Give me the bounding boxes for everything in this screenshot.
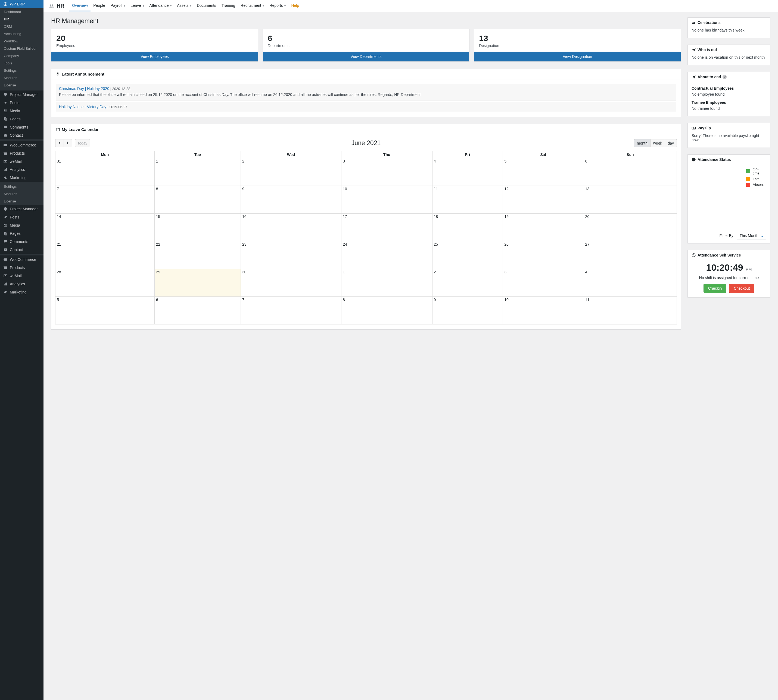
nav-item-training[interactable]: Training <box>219 0 238 12</box>
calendar-cell[interactable]: 26 <box>503 241 584 269</box>
calendar-cell[interactable]: 7 <box>240 297 341 324</box>
sidebar-item[interactable]: Analytics <box>0 280 43 288</box>
sidebar-sub-item[interactable]: Workflow <box>0 38 43 45</box>
calendar-prev-button[interactable] <box>55 139 64 147</box>
filter-select[interactable]: This Month <box>737 232 766 239</box>
sidebar-sub-item[interactable]: CRM <box>0 23 43 30</box>
calendar-cell[interactable]: 1 <box>341 269 432 297</box>
sidebar-item[interactable]: Marketing <box>0 288 43 296</box>
calendar-view-day[interactable]: day <box>665 139 677 147</box>
nav-item-reports[interactable]: Reports ▾ <box>267 0 289 12</box>
sidebar-brand[interactable]: WP ERP <box>0 0 43 8</box>
calendar-cell[interactable]: 20 <box>584 213 676 241</box>
calendar-cell[interactable]: 10 <box>503 297 584 324</box>
announcement-link[interactable]: Holiday Notice - Victory Day <box>59 105 106 109</box>
sidebar-item[interactable]: Media <box>0 107 43 115</box>
calendar-cell[interactable]: 6 <box>584 158 676 186</box>
sidebar-item[interactable]: weMail <box>0 272 43 280</box>
checkin-button[interactable]: Checkin <box>703 284 726 293</box>
sidebar-item[interactable]: Pages <box>0 115 43 123</box>
nav-item-people[interactable]: People <box>90 0 108 12</box>
calendar-cell[interactable]: 13 <box>584 186 676 213</box>
nav-item-overview[interactable]: Overview <box>69 0 90 12</box>
calendar-cell[interactable]: 8 <box>154 186 240 213</box>
sidebar-sub-item[interactable]: License <box>0 82 43 89</box>
sidebar-sub-item[interactable]: Accounting <box>0 30 43 38</box>
calendar-today-button[interactable]: today <box>75 139 90 147</box>
calendar-cell[interactable]: 2 <box>240 158 341 186</box>
calendar-view-week[interactable]: week <box>651 139 665 147</box>
sidebar-item[interactable]: Comments <box>0 123 43 131</box>
sidebar-sub-item[interactable]: License <box>0 198 43 205</box>
calendar-cell[interactable]: 4 <box>432 158 503 186</box>
calendar-cell[interactable]: 9 <box>240 186 341 213</box>
stat-view-button[interactable]: View Departments <box>263 52 469 62</box>
sidebar-sub-item[interactable]: Tools <box>0 60 43 67</box>
nav-item-documents[interactable]: Documents <box>194 0 219 12</box>
calendar-cell[interactable]: 10 <box>341 186 432 213</box>
calendar-cell[interactable]: 3 <box>341 158 432 186</box>
calendar-cell[interactable]: 11 <box>432 186 503 213</box>
calendar-cell[interactable]: 25 <box>432 241 503 269</box>
sidebar-item[interactable]: Media <box>0 221 43 229</box>
sidebar-item[interactable]: Marketing <box>0 173 43 182</box>
sidebar-item[interactable]: Project Manager <box>0 90 43 98</box>
calendar-cell[interactable]: 8 <box>341 297 432 324</box>
sidebar-sub-item[interactable]: Modules <box>0 74 43 82</box>
sidebar-sub-item[interactable]: Custom Field Builder <box>0 45 43 52</box>
calendar-cell[interactable]: 15 <box>154 213 240 241</box>
sidebar-item[interactable]: Contact <box>0 246 43 254</box>
calendar-cell[interactable]: 24 <box>341 241 432 269</box>
sidebar-sub-item[interactable]: Settings <box>0 67 43 74</box>
sidebar-item[interactable]: Project Manager <box>0 205 43 213</box>
stat-view-button[interactable]: View Employees <box>52 52 258 62</box>
help-icon[interactable]: ? <box>723 75 726 79</box>
calendar-cell[interactable]: 21 <box>55 241 155 269</box>
calendar-next-button[interactable] <box>64 139 72 147</box>
sidebar-item[interactable]: Comments <box>0 238 43 246</box>
calendar-cell[interactable]: 17 <box>341 213 432 241</box>
calendar-cell[interactable]: 5 <box>503 158 584 186</box>
sidebar-item[interactable]: weMail <box>0 157 43 165</box>
sidebar-item[interactable]: Posts <box>0 213 43 221</box>
sidebar-item[interactable]: Pages <box>0 229 43 238</box>
calendar-cell[interactable]: 9 <box>432 297 503 324</box>
calendar-cell[interactable]: 1 <box>154 158 240 186</box>
calendar-cell[interactable]: 12 <box>503 186 584 213</box>
stat-view-button[interactable]: View Designation <box>474 52 681 62</box>
calendar-cell[interactable]: 11 <box>584 297 676 324</box>
calendar-cell[interactable]: 3 <box>503 269 584 297</box>
sidebar-sub-item[interactable]: HR <box>0 15 43 23</box>
calendar-cell[interactable]: 27 <box>584 241 676 269</box>
announcement-link[interactable]: Christmas Day | Holiday 2020 <box>59 87 109 91</box>
sidebar-sub-item[interactable]: Dashboard <box>0 8 43 15</box>
sidebar-sub-item[interactable]: Modules <box>0 190 43 198</box>
nav-item-assets[interactable]: Assets ▾ <box>174 0 194 12</box>
calendar-cell[interactable]: 2 <box>432 269 503 297</box>
sidebar-item[interactable]: Posts <box>0 98 43 107</box>
calendar-cell[interactable]: 29 <box>154 269 240 297</box>
calendar-cell[interactable]: 6 <box>154 297 240 324</box>
sidebar-sub-item[interactable]: Company <box>0 52 43 60</box>
calendar-view-month[interactable]: month <box>634 139 651 147</box>
sidebar-item[interactable]: Products <box>0 149 43 157</box>
sidebar-item[interactable]: Contact <box>0 131 43 139</box>
sidebar-item[interactable]: WooCommerce <box>0 141 43 149</box>
calendar-cell[interactable]: 23 <box>240 241 341 269</box>
calendar-cell[interactable]: 30 <box>240 269 341 297</box>
calendar-cell[interactable]: 16 <box>240 213 341 241</box>
sidebar-item[interactable]: WooCommerce <box>0 255 43 263</box>
nav-item-recruitment[interactable]: Recruitment ▾ <box>238 0 267 12</box>
nav-item-payroll[interactable]: Payroll ▾ <box>108 0 128 12</box>
nav-item-attendance[interactable]: Attendance ▾ <box>147 0 175 12</box>
calendar-cell[interactable]: 18 <box>432 213 503 241</box>
nav-item-leave[interactable]: Leave ▾ <box>128 0 147 12</box>
calendar-cell[interactable]: 14 <box>55 213 155 241</box>
calendar-cell[interactable]: 5 <box>55 297 155 324</box>
calendar-cell[interactable]: 28 <box>55 269 155 297</box>
nav-item-help[interactable]: Help <box>289 0 302 12</box>
calendar-cell[interactable]: 4 <box>584 269 676 297</box>
sidebar-item[interactable]: Analytics <box>0 165 43 173</box>
sidebar-sub-item[interactable]: Settings <box>0 183 43 190</box>
checkout-button[interactable]: Checkout <box>729 284 755 293</box>
